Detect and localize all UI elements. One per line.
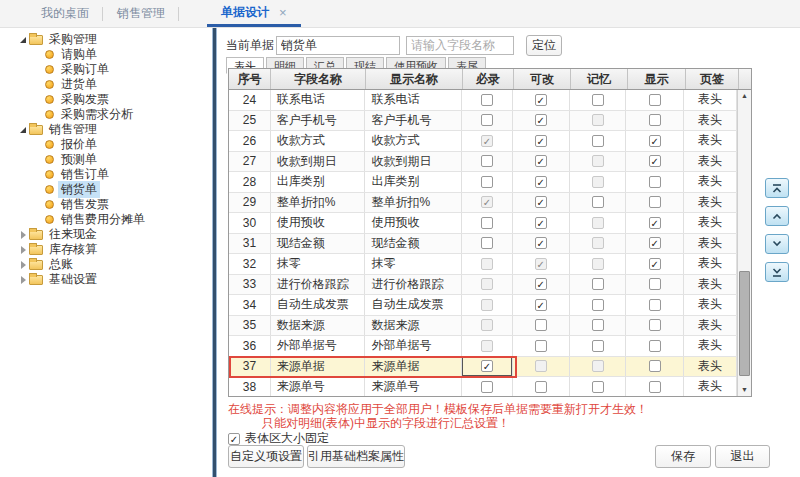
checked-checkbox[interactable]: ✓ bbox=[535, 237, 547, 249]
checkbox-cell-editable[interactable]: ✓ bbox=[513, 172, 570, 192]
checked-checkbox[interactable]: ✓ bbox=[535, 155, 547, 167]
checkbox-cell-memory[interactable] bbox=[570, 316, 627, 336]
checkbox-cell-required[interactable] bbox=[462, 275, 513, 295]
checkbox-cell-editable[interactable]: ✓ bbox=[513, 275, 570, 295]
checkbox-cell-editable[interactable] bbox=[513, 377, 570, 396]
custom-items-button[interactable]: 自定义项设置 bbox=[228, 445, 304, 468]
fix-body-size-checkbox[interactable]: ✓ bbox=[228, 433, 240, 445]
tree-item-销货单[interactable]: 销货单 bbox=[0, 182, 212, 197]
table-row-28[interactable]: 28出库类别出库类别✓表头 bbox=[229, 172, 737, 193]
checked-checkbox[interactable]: ✓ bbox=[649, 217, 661, 229]
checkbox-cell-memory[interactable] bbox=[570, 131, 627, 151]
checked-checkbox[interactable]: ✓ bbox=[535, 217, 547, 229]
unchecked-checkbox[interactable] bbox=[481, 176, 493, 188]
move-down-button[interactable] bbox=[765, 234, 789, 254]
table-row-32[interactable]: 32抹零抹零✓✓表头 bbox=[229, 254, 737, 275]
unchecked-checkbox[interactable] bbox=[535, 381, 547, 393]
tree-item-销售发票[interactable]: 销售发票 bbox=[0, 197, 212, 212]
scrollbar-thumb[interactable] bbox=[739, 271, 750, 376]
unchecked-checkbox[interactable] bbox=[649, 319, 661, 331]
move-up-button[interactable] bbox=[765, 206, 789, 226]
checkbox-cell-required[interactable] bbox=[462, 295, 513, 315]
unchecked-checkbox[interactable] bbox=[535, 319, 547, 331]
tree-expanded-icon[interactable] bbox=[20, 127, 26, 133]
unchecked-checkbox[interactable] bbox=[592, 319, 604, 331]
checked-checkbox[interactable]: ✓ bbox=[535, 299, 547, 311]
checked-checkbox[interactable]: ✓ bbox=[535, 114, 547, 126]
table-row-35[interactable]: 35数据来源数据来源表头 bbox=[229, 316, 737, 337]
checkbox-cell-memory[interactable] bbox=[570, 234, 627, 254]
checkbox-cell-memory[interactable] bbox=[570, 111, 627, 131]
tree-item-销售订单[interactable]: 销售订单 bbox=[0, 167, 212, 182]
checkbox-cell-required[interactable] bbox=[462, 172, 513, 192]
scroll-down-icon[interactable]: ▼ bbox=[738, 384, 751, 396]
unchecked-checkbox[interactable] bbox=[649, 94, 661, 106]
top-tab-单据设计[interactable]: 单据设计× bbox=[207, 0, 301, 27]
checkbox-cell-required[interactable] bbox=[462, 234, 513, 254]
close-icon[interactable]: × bbox=[279, 5, 287, 20]
checkbox-cell-required[interactable] bbox=[462, 213, 513, 233]
table-row-37[interactable]: 37来源单据来源单据✓表头 bbox=[229, 357, 737, 378]
checkbox-cell-memory[interactable] bbox=[570, 377, 627, 396]
tree-item-采购发票[interactable]: 采购发票 bbox=[0, 92, 212, 107]
current-doc-input[interactable] bbox=[276, 36, 400, 55]
tree-item-基础设置[interactable]: 基础设置 bbox=[0, 272, 212, 287]
checkbox-cell-editable[interactable]: ✓ bbox=[513, 111, 570, 131]
unchecked-checkbox[interactable] bbox=[481, 114, 493, 126]
scroll-up-icon[interactable]: ▲ bbox=[738, 90, 751, 102]
checkbox-cell-required[interactable] bbox=[462, 377, 513, 396]
tree-collapsed-icon[interactable] bbox=[21, 261, 26, 269]
unchecked-checkbox[interactable] bbox=[592, 135, 604, 147]
top-tab-我的桌面[interactable]: 我的桌面 bbox=[27, 0, 103, 27]
unchecked-checkbox[interactable] bbox=[592, 94, 604, 106]
move-top-button[interactable] bbox=[765, 178, 789, 198]
checkbox-cell-memory[interactable] bbox=[570, 336, 627, 356]
checkbox-cell-required[interactable] bbox=[462, 152, 513, 172]
unchecked-checkbox[interactable] bbox=[592, 196, 604, 208]
locate-button[interactable]: 定位 bbox=[526, 35, 562, 56]
checkbox-cell-show[interactable] bbox=[626, 377, 684, 396]
unchecked-checkbox[interactable] bbox=[649, 381, 661, 393]
table-vertical-scrollbar[interactable]: ▲ ▼ bbox=[737, 90, 751, 396]
tree-collapsed-icon[interactable] bbox=[21, 246, 26, 254]
checkbox-cell-editable[interactable]: ✓ bbox=[513, 152, 570, 172]
unchecked-checkbox[interactable] bbox=[649, 196, 661, 208]
table-row-25[interactable]: 25客户手机号客户手机号✓表头 bbox=[229, 111, 737, 132]
checked-checkbox[interactable]: ✓ bbox=[535, 278, 547, 290]
checkbox-cell-editable[interactable] bbox=[513, 316, 570, 336]
checkbox-cell-show[interactable] bbox=[626, 275, 684, 295]
table-row-29[interactable]: 29整单折扣%整单折扣%✓✓表头 bbox=[229, 193, 737, 214]
checkbox-cell-show[interactable] bbox=[626, 295, 684, 315]
checkbox-cell-memory[interactable] bbox=[570, 172, 627, 192]
unchecked-checkbox[interactable] bbox=[481, 94, 493, 106]
table-row-31[interactable]: 31现结金额现结金额✓✓表头 bbox=[229, 234, 737, 255]
checkbox-cell-editable[interactable]: ✓ bbox=[513, 193, 570, 213]
table-row-26[interactable]: 26收款方式收款方式✓✓✓表头 bbox=[229, 131, 737, 152]
checkbox-cell-required[interactable] bbox=[462, 316, 513, 336]
table-row-34[interactable]: 34自动生成发票自动生成发票✓表头 bbox=[229, 295, 737, 316]
checkbox-cell-required[interactable] bbox=[462, 90, 513, 110]
unchecked-checkbox[interactable] bbox=[649, 278, 661, 290]
move-bottom-button[interactable] bbox=[765, 262, 789, 282]
tree-item-总账[interactable]: 总账 bbox=[0, 257, 212, 272]
table-row-38[interactable]: 38来源单号来源单号表头 bbox=[229, 377, 737, 396]
tree-item-销售费用分摊单[interactable]: 销售费用分摊单 bbox=[0, 212, 212, 227]
checkbox-cell-required[interactable]: ✓ bbox=[462, 193, 513, 213]
checkbox-cell-show[interactable] bbox=[626, 316, 684, 336]
checkbox-cell-show[interactable]: ✓ bbox=[626, 131, 684, 151]
tree-item-进货单[interactable]: 进货单 bbox=[0, 77, 212, 92]
checked-checkbox[interactable]: ✓ bbox=[649, 155, 661, 167]
unchecked-checkbox[interactable] bbox=[481, 237, 493, 249]
tree-collapsed-icon[interactable] bbox=[21, 276, 26, 284]
checkbox-cell-memory[interactable] bbox=[570, 213, 627, 233]
checkbox-cell-editable[interactable]: ✓ bbox=[513, 131, 570, 151]
tree-collapsed-icon[interactable] bbox=[21, 231, 26, 239]
reference-archive-button[interactable]: 引用基础档案属性 bbox=[307, 445, 405, 468]
checkbox-cell-memory[interactable] bbox=[570, 254, 627, 274]
checked-checkbox[interactable]: ✓ bbox=[535, 94, 547, 106]
tree-item-采购订单[interactable]: 采购订单 bbox=[0, 62, 212, 77]
checkbox-cell-required[interactable] bbox=[462, 111, 513, 131]
checkbox-cell-show[interactable]: ✓ bbox=[626, 152, 684, 172]
tree-item-销售管理[interactable]: 销售管理 bbox=[0, 122, 212, 137]
checkbox-cell-show[interactable] bbox=[626, 90, 684, 110]
